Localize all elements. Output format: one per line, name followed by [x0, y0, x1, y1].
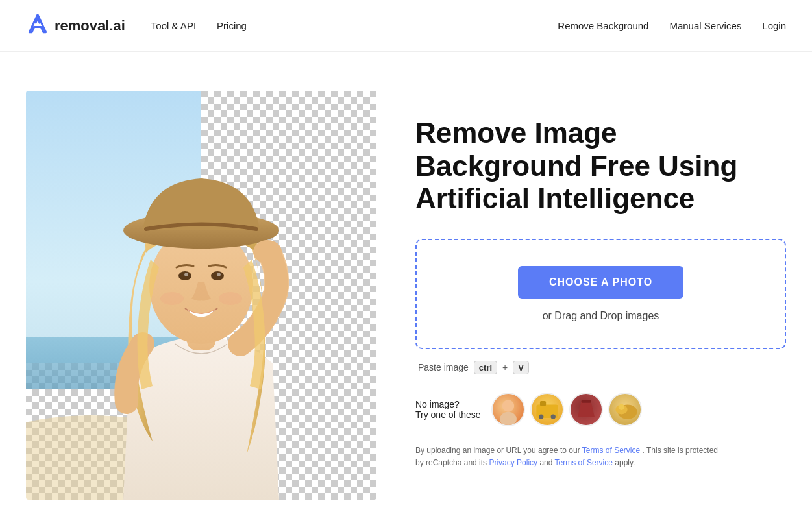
no-image-text: No image?: [415, 399, 481, 409]
person-illustration: [26, 91, 376, 500]
tos-link-1[interactable]: Terms of Service: [582, 446, 643, 455]
svg-point-20: [550, 414, 555, 419]
tos-link-2[interactable]: Terms of Service: [555, 458, 615, 467]
privacy-link[interactable]: Privacy Policy: [489, 458, 539, 467]
svg-point-14: [253, 240, 282, 263]
svg-point-12: [219, 292, 242, 305]
svg-point-7: [178, 271, 191, 280]
navigation: removal.ai Tool & API Pricing Remove Bac…: [0, 0, 812, 52]
nav-right: Remove Background Manual Services Login: [558, 20, 786, 31]
logo[interactable]: removal.ai: [26, 12, 125, 40]
hero-section: Remove Image Background Free Using Artif…: [0, 52, 812, 512]
samples-label: No image? Try one of these: [415, 399, 481, 420]
nav-link-login[interactable]: Login: [762, 20, 786, 31]
logo-text: removal.ai: [55, 18, 125, 34]
v-key-badge: V: [513, 361, 529, 374]
nav-link-pricing[interactable]: Pricing: [217, 20, 247, 31]
legal-end: apply.: [615, 458, 635, 467]
legal-and: and: [539, 458, 552, 467]
hero-title: Remove Image Background Free Using Artif…: [415, 117, 786, 215]
svg-point-24: [619, 404, 624, 409]
samples-row: No image? Try one of these: [415, 393, 786, 426]
svg-rect-21: [581, 400, 591, 403]
svg-point-8: [211, 271, 224, 280]
svg-point-10: [217, 273, 221, 276]
legal-by-uploading: By uploading an image or URL you agree t…: [415, 446, 580, 455]
nav-left: removal.ai Tool & API Pricing: [26, 12, 247, 40]
svg-point-19: [539, 414, 543, 419]
nav-link-manual-services[interactable]: Manual Services: [669, 20, 741, 31]
sample-thumb-1[interactable]: [491, 393, 525, 426]
plus-symbol: +: [502, 362, 508, 372]
hero-image: [26, 91, 376, 500]
svg-point-11: [160, 292, 184, 305]
nav-link-remove-bg[interactable]: Remove Background: [558, 20, 648, 31]
svg-rect-18: [540, 401, 546, 406]
sample-thumb-2[interactable]: [530, 393, 564, 426]
legal-text: By uploading an image or URL you agree t…: [415, 445, 727, 469]
try-one-text: Try one of these: [415, 409, 481, 420]
ctrl-key-badge: ctrl: [474, 361, 497, 374]
sample-thumbnails: [491, 393, 642, 426]
logo-icon: [26, 12, 49, 40]
nav-link-tool-api[interactable]: Tool & API: [151, 20, 196, 31]
paste-row: Paste image ctrl + V: [415, 361, 786, 374]
paste-label: Paste image: [418, 362, 469, 372]
svg-point-15: [502, 400, 513, 411]
sample-thumb-4[interactable]: [608, 393, 642, 426]
svg-point-16: [500, 411, 517, 424]
upload-dropzone[interactable]: CHOOSE A PHOTO or Drag and Drop images: [415, 239, 786, 349]
svg-point-9: [184, 273, 188, 276]
choose-photo-button[interactable]: CHOOSE A PHOTO: [518, 266, 683, 299]
nav-links: Tool & API Pricing: [151, 20, 247, 31]
drag-drop-text: or Drag and Drop images: [543, 310, 659, 322]
sample-thumb-3[interactable]: [569, 393, 603, 426]
hero-content: Remove Image Background Free Using Artif…: [415, 91, 786, 469]
